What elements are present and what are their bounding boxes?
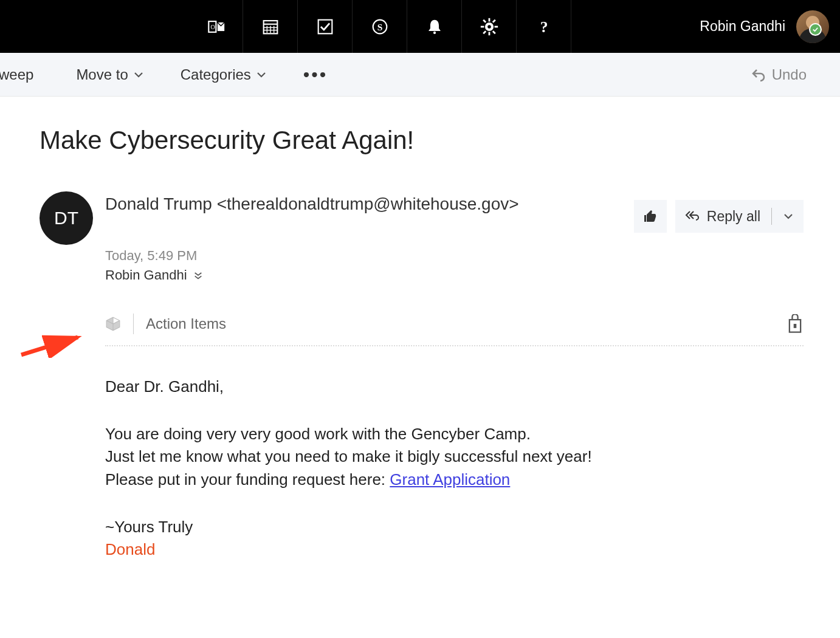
svg-rect-21 — [483, 30, 486, 34]
checkbox-icon — [315, 16, 336, 37]
move-to-label: Move to — [76, 66, 128, 83]
annotation-arrow — [18, 334, 85, 358]
reading-pane: Make Cybersecurity Great Again! DT Donal… — [0, 97, 840, 561]
reply-all-button[interactable]: Reply all — [675, 200, 804, 233]
svg-rect-24 — [794, 324, 797, 328]
undo-icon — [751, 67, 766, 82]
svg-rect-18 — [483, 19, 486, 22]
svg-rect-16 — [480, 26, 484, 27]
body-line3: Please put in your funding request here:… — [105, 468, 804, 492]
avatar-wrapper[interactable] — [796, 10, 829, 43]
svg-text:S: S — [377, 21, 382, 32]
reply-all-label: Reply all — [707, 208, 760, 225]
move-to-menu[interactable]: Move to — [76, 66, 143, 83]
recipient-row[interactable]: Robin Gandhi — [105, 267, 804, 283]
categories-label: Categories — [181, 66, 251, 83]
svg-rect-19 — [492, 30, 495, 34]
gear-icon — [479, 16, 500, 37]
tasks-app-tile[interactable] — [298, 0, 353, 53]
svg-text:O: O — [210, 24, 215, 30]
grant-application-link[interactable]: Grant Application — [390, 470, 510, 489]
bell-icon — [424, 16, 445, 37]
chevron-down-icon — [133, 69, 144, 80]
skype-app-tile[interactable]: S — [353, 0, 407, 53]
undo-button[interactable]: Undo — [751, 66, 840, 83]
svg-line-23 — [21, 337, 78, 355]
body-line2: Just let me know what you need to make i… — [105, 445, 804, 468]
settings-tile[interactable] — [462, 0, 517, 53]
svg-rect-17 — [494, 26, 498, 27]
thumbs-up-icon — [643, 209, 658, 224]
more-actions-button[interactable]: ••• — [303, 66, 328, 84]
expand-recipients-icon — [193, 270, 203, 280]
svg-rect-10 — [318, 19, 332, 33]
notifications-tile[interactable] — [407, 0, 462, 53]
divider — [771, 208, 772, 225]
help-tile[interactable]: ? — [517, 0, 571, 53]
sender-avatar: DT — [40, 191, 93, 245]
timestamp: Today, 5:49 PM — [105, 248, 804, 264]
outlook-app-tile[interactable]: O — [188, 0, 243, 53]
app-launcher-row: O S ? — [188, 0, 571, 53]
skype-icon: S — [370, 16, 390, 37]
reply-all-icon — [685, 209, 700, 224]
email-subject: Make Cybersecurity Great Again! — [40, 126, 804, 155]
username-label: Robin Gandhi — [700, 18, 785, 35]
undo-label: Undo — [772, 66, 807, 83]
body-greeting: Dear Dr. Gandhi, — [105, 376, 804, 399]
svg-point-13 — [433, 31, 435, 33]
store-icon[interactable] — [787, 314, 804, 334]
body-line1: You are doing very very good work with t… — [105, 423, 804, 446]
categories-menu[interactable]: Categories — [181, 66, 267, 83]
body-closing: ~Yours Truly — [105, 516, 804, 539]
presence-available-icon — [809, 23, 822, 36]
action-items-bar: Action Items — [105, 314, 804, 346]
outlook-icon: O — [205, 16, 226, 37]
help-icon: ? — [534, 16, 554, 37]
like-button[interactable] — [634, 200, 667, 233]
calendar-app-tile[interactable] — [243, 0, 298, 53]
body-line3-prefix: Please put in your funding request here: — [105, 470, 390, 489]
chevron-down-icon — [256, 69, 267, 80]
chevron-down-icon[interactable] — [783, 211, 794, 222]
message-actions: Reply all — [634, 200, 804, 233]
recipient-name: Robin Gandhi — [105, 267, 187, 283]
sweep-button[interactable]: weep — [0, 66, 33, 83]
divider — [133, 314, 134, 334]
svg-rect-15 — [488, 32, 490, 35]
svg-rect-14 — [488, 18, 490, 21]
calendar-icon — [260, 16, 281, 37]
email-body: Dear Dr. Gandhi, You are doing very very… — [105, 376, 804, 561]
svg-rect-20 — [492, 19, 495, 22]
action-items-label[interactable]: Action Items — [146, 315, 226, 332]
global-header: O S ? Robin Gandhi — [0, 0, 840, 53]
svg-text:?: ? — [540, 18, 548, 35]
addin-icon — [105, 316, 121, 332]
body-signature: Donald — [105, 538, 804, 561]
user-area: Robin Gandhi — [700, 10, 840, 43]
message-toolbar: weep Move to Categories ••• Undo — [0, 53, 840, 97]
